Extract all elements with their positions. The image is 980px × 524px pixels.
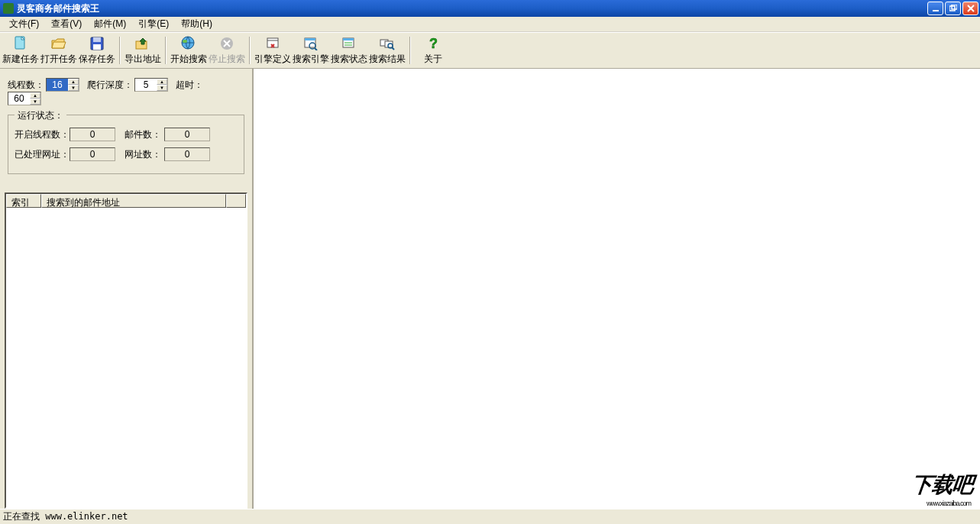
- window-title: 灵客商务邮件搜索王: [17, 2, 926, 15]
- help-icon: ?: [425, 36, 441, 51]
- spin-down-icon[interactable]: ▼: [157, 85, 167, 91]
- toolbar: 新建任务 打开任务 保存任务 导出地址 开始搜索: [0, 32, 980, 69]
- processed-url-label: 已处理网址：: [15, 148, 70, 161]
- timeout-input[interactable]: [8, 92, 30, 105]
- status-text: 正在查找 www.elinker.net: [3, 510, 128, 523]
- svg-rect-20: [305, 38, 315, 40]
- status-groupbox: 运行状态： 开启线程数： 0 邮件数： 0 已处理网址： 0 网址数： 0: [8, 115, 244, 174]
- result-list[interactable]: 索引 搜索到的邮件地址: [5, 192, 247, 509]
- new-task-button[interactable]: 新建任务: [2, 34, 40, 66]
- col-index[interactable]: 索引: [6, 194, 41, 208]
- search-result-button[interactable]: 搜索结果: [368, 34, 406, 66]
- minimize-button[interactable]: [927, 2, 943, 15]
- start-search-button[interactable]: 开始搜索: [170, 34, 208, 66]
- url-count-value: 0: [164, 147, 210, 161]
- globe-search-icon: [181, 36, 196, 51]
- svg-rect-8: [93, 37, 101, 42]
- processed-url-value: 0: [70, 147, 115, 161]
- spin-up-icon[interactable]: ▲: [30, 92, 40, 99]
- depth-label: 爬行深度：: [87, 79, 133, 92]
- threads-label: 线程数：: [8, 79, 44, 92]
- depth-spinner[interactable]: ▲▼: [134, 78, 168, 92]
- svg-text:?: ?: [429, 36, 438, 51]
- watermark: 下载吧 www.xiazaiba.com: [904, 469, 978, 509]
- right-panel: [254, 69, 980, 509]
- save-icon: [89, 36, 105, 51]
- spin-up-icon[interactable]: ▲: [157, 79, 167, 85]
- spin-down-icon[interactable]: ▼: [30, 99, 40, 105]
- engine-define-icon: [265, 36, 280, 51]
- open-threads-value: 0: [70, 128, 115, 141]
- search-status-icon: [341, 36, 357, 51]
- maximize-button[interactable]: [945, 2, 961, 15]
- svg-line-22: [315, 48, 317, 50]
- open-threads-label: 开启线程数：: [15, 128, 70, 141]
- svg-rect-9: [93, 44, 101, 50]
- search-result-icon: [380, 36, 395, 51]
- new-file-icon: [13, 36, 28, 51]
- left-panel: 线程数： ▲▼ 爬行深度： ▲▼ 超时： ▲▼ 运行状态： 开启线程数： 0 邮…: [0, 69, 254, 509]
- menu-engine[interactable]: 引擎(E): [132, 16, 175, 32]
- open-task-button[interactable]: 打开任务: [40, 34, 78, 66]
- spin-up-icon[interactable]: ▲: [68, 79, 79, 85]
- timeout-spinner[interactable]: ▲▼: [8, 92, 41, 105]
- close-button[interactable]: [962, 2, 978, 15]
- titlebar: 灵客商务邮件搜索王: [0, 0, 980, 17]
- url-count-label: 网址数：: [125, 148, 164, 161]
- menu-help[interactable]: 帮助(H): [175, 16, 218, 32]
- col-spacer: [226, 194, 246, 208]
- threads-input[interactable]: [47, 79, 68, 91]
- col-address[interactable]: 搜索到的邮件地址: [41, 194, 226, 208]
- status-legend: 运行状态：: [15, 109, 66, 122]
- export-address-button[interactable]: 导出地址: [124, 34, 162, 66]
- engine-define-button[interactable]: 引擎定义: [254, 34, 292, 66]
- svg-rect-24: [343, 38, 354, 40]
- export-icon: [135, 36, 150, 51]
- search-engine-button[interactable]: 搜索引擎: [292, 34, 330, 66]
- menu-mail[interactable]: 邮件(M): [88, 16, 132, 32]
- app-icon: [3, 3, 14, 14]
- mail-count-value: 0: [164, 128, 210, 141]
- stop-icon: [219, 36, 234, 51]
- mail-count-label: 邮件数：: [125, 128, 164, 141]
- threads-spinner[interactable]: ▲▼: [46, 78, 79, 92]
- timeout-label: 超时：: [176, 79, 203, 92]
- about-button[interactable]: ? 关于: [414, 34, 452, 66]
- depth-input[interactable]: [135, 79, 157, 91]
- folder-open-icon: [51, 36, 66, 51]
- stop-search-button: 停止搜索: [208, 34, 246, 66]
- menu-view[interactable]: 查看(V): [45, 16, 88, 32]
- svg-point-13: [183, 40, 187, 43]
- svg-line-30: [392, 47, 394, 50]
- save-task-button[interactable]: 保存任务: [78, 34, 116, 66]
- menu-file[interactable]: 文件(F): [3, 16, 45, 32]
- menubar: 文件(F) 查看(V) 邮件(M) 引擎(E) 帮助(H): [0, 17, 980, 32]
- search-engine-icon: [303, 36, 319, 51]
- spin-down-icon[interactable]: ▼: [68, 85, 79, 91]
- statusbar: 正在查找 www.elinker.net: [0, 509, 980, 524]
- search-status-button[interactable]: 搜索状态: [330, 34, 368, 66]
